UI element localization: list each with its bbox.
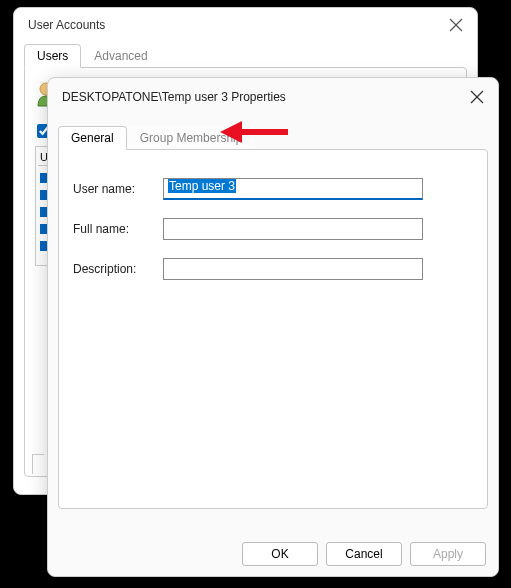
close-icon[interactable] bbox=[449, 18, 463, 32]
panel-fragment bbox=[32, 454, 44, 474]
username-selection: Temp user 3 bbox=[168, 179, 236, 193]
button-bar: OK Cancel Apply bbox=[242, 542, 486, 566]
close-icon[interactable] bbox=[470, 90, 484, 104]
fullname-input[interactable] bbox=[163, 218, 423, 240]
window-title: DESKTOPATONE\Temp user 3 Properties bbox=[62, 90, 286, 104]
description-row: Description: bbox=[73, 258, 477, 280]
ok-button[interactable]: OK bbox=[242, 542, 318, 566]
titlebar: DESKTOPATONE\Temp user 3 Properties bbox=[48, 78, 498, 116]
tab-strip: General Group Membership bbox=[58, 126, 498, 149]
username-input[interactable]: Temp user 3 bbox=[163, 178, 423, 200]
tab-panel: User name: Temp user 3 Full name: Descri… bbox=[58, 149, 488, 509]
tab-advanced[interactable]: Advanced bbox=[81, 44, 160, 67]
window-title: User Accounts bbox=[28, 18, 105, 32]
tab-users[interactable]: Users bbox=[24, 44, 81, 68]
description-label: Description: bbox=[73, 262, 163, 276]
tab-strip: Users Advanced bbox=[24, 44, 477, 67]
titlebar: User Accounts bbox=[14, 8, 477, 42]
tab-group-membership[interactable]: Group Membership bbox=[127, 126, 256, 149]
username-row: User name: Temp user 3 bbox=[73, 178, 477, 200]
tab-general[interactable]: General bbox=[58, 126, 127, 150]
fullname-label: Full name: bbox=[73, 222, 163, 236]
user-properties-window: DESKTOPATONE\Temp user 3 Properties Gene… bbox=[47, 77, 499, 577]
username-label: User name: bbox=[73, 182, 163, 196]
apply-button[interactable]: Apply bbox=[410, 542, 486, 566]
cancel-button[interactable]: Cancel bbox=[326, 542, 402, 566]
fullname-row: Full name: bbox=[73, 218, 477, 240]
description-input[interactable] bbox=[163, 258, 423, 280]
